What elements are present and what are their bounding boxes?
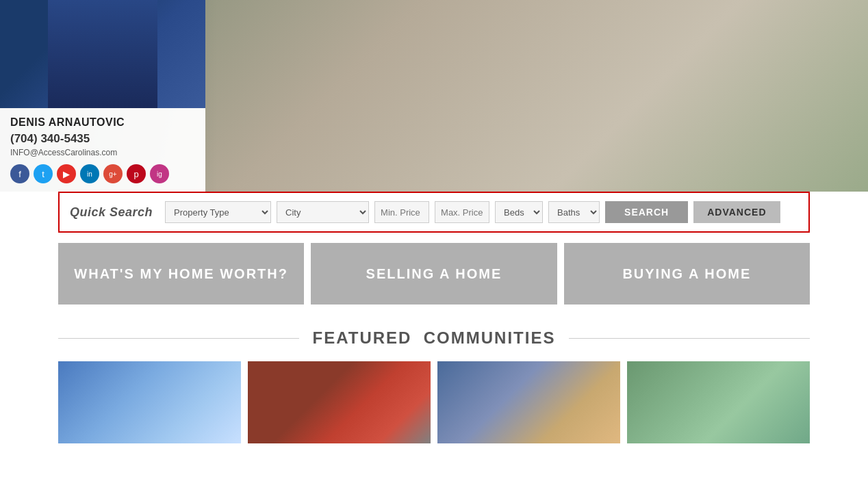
twitter-icon[interactable]: t xyxy=(34,164,53,183)
google-plus-icon[interactable]: g+ xyxy=(103,164,123,183)
selling-button[interactable]: SELLING A HOME xyxy=(311,243,557,305)
pinterest-icon[interactable]: p xyxy=(127,164,146,183)
community-card-4[interactable] xyxy=(627,361,810,443)
quick-search-bar: Quick Search Property Type Single Family… xyxy=(58,192,810,233)
search-button[interactable]: SEARCH xyxy=(605,201,688,223)
action-buttons-row: WHAT'S MY HOME WORTH? SELLING A HOME BUY… xyxy=(0,233,868,315)
community-card-3[interactable] xyxy=(437,361,620,443)
quick-search-label: Quick Search xyxy=(70,205,153,220)
agent-email: INFO@AccessCarolinas.com xyxy=(10,148,195,157)
featured-title-text: FEATURED COMMUNITIES xyxy=(299,328,570,348)
property-type-select[interactable]: Property Type Single Family Condo Townho… xyxy=(165,201,271,223)
title-line-left xyxy=(58,338,299,339)
agent-phone: (704) 340-5435 xyxy=(10,132,195,146)
featured-label-bold: COMMUNITIES xyxy=(424,328,556,347)
agent-card: Denis Arnautovic (704) 340-5435 INFO@Acc… xyxy=(0,0,205,192)
agent-name: Denis Arnautovic xyxy=(10,116,195,129)
min-price-input[interactable] xyxy=(374,201,429,223)
featured-title: FEATURED COMMUNITIES xyxy=(58,328,810,348)
beds-select[interactable]: Beds 1+ 2+ 3+ 4+ 5+ xyxy=(495,201,543,223)
agent-info: Denis Arnautovic (704) 340-5435 INFO@Acc… xyxy=(0,108,205,192)
title-line-right xyxy=(569,338,810,339)
social-icons-row: f t ▶ in g+ p ig xyxy=(10,164,195,183)
agent-photo xyxy=(0,0,205,108)
community-card-1[interactable] xyxy=(58,361,241,443)
agent-figure xyxy=(48,0,157,108)
instagram-icon[interactable]: ig xyxy=(150,164,169,183)
city-select[interactable]: City Charlotte Raleigh Durham Greensboro xyxy=(277,201,369,223)
max-price-input[interactable] xyxy=(435,201,489,223)
featured-communities-section: FEATURED COMMUNITIES xyxy=(0,315,868,443)
community-grid xyxy=(58,361,810,443)
youtube-icon[interactable]: ▶ xyxy=(57,164,76,183)
linkedin-icon[interactable]: in xyxy=(80,164,99,183)
advanced-button[interactable]: ADVANCED xyxy=(693,201,780,223)
featured-label-light: FEATURED xyxy=(313,328,412,347)
facebook-icon[interactable]: f xyxy=(10,164,29,183)
hero-section: Denis Arnautovic (704) 340-5435 INFO@Acc… xyxy=(0,0,868,192)
home-worth-button[interactable]: WHAT'S MY HOME WORTH? xyxy=(58,243,304,305)
community-card-2[interactable] xyxy=(248,361,431,443)
baths-select[interactable]: Baths 1+ 2+ 3+ 4+ xyxy=(548,201,600,223)
buying-button[interactable]: BUYING A HOME xyxy=(564,243,810,305)
